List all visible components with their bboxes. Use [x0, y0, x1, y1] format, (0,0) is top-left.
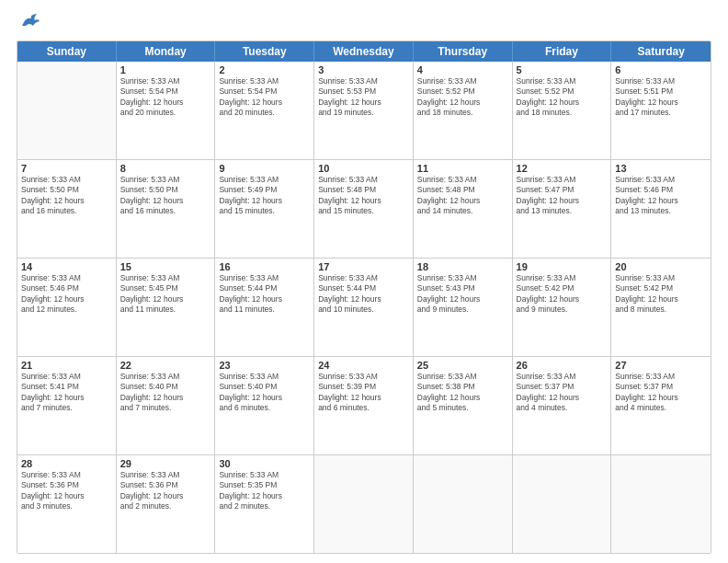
calendar-day-24: 24Sunrise: 5:33 AM Sunset: 5:39 PM Dayli…	[314, 357, 414, 454]
day-info: Sunrise: 5:33 AM Sunset: 5:49 PM Dayligh…	[219, 175, 310, 217]
calendar-day-23: 23Sunrise: 5:33 AM Sunset: 5:40 PM Dayli…	[215, 357, 314, 454]
calendar-day-14: 14Sunrise: 5:33 AM Sunset: 5:46 PM Dayli…	[17, 259, 117, 356]
header-day-wednesday: Wednesday	[314, 41, 414, 62]
day-number: 1	[120, 64, 211, 75]
day-info: Sunrise: 5:33 AM Sunset: 5:53 PM Dayligh…	[318, 76, 409, 119]
day-info: Sunrise: 5:33 AM Sunset: 5:45 PM Dayligh…	[120, 273, 211, 316]
calendar: SundayMondayTuesdayWednesdayThursdayFrid…	[17, 40, 711, 554]
calendar-day-13: 13Sunrise: 5:33 AM Sunset: 5:46 PM Dayli…	[611, 160, 711, 258]
day-info: Sunrise: 5:33 AM Sunset: 5:52 PM Dayligh…	[417, 76, 508, 119]
calendar-page: SundayMondayTuesdayWednesdayThursdayFrid…	[0, 0, 728, 563]
day-info: Sunrise: 5:33 AM Sunset: 5:50 PM Dayligh…	[120, 175, 211, 217]
day-number: 28	[21, 458, 112, 469]
calendar-day-10: 10Sunrise: 5:33 AM Sunset: 5:48 PM Dayli…	[314, 160, 414, 258]
calendar-day-25: 25Sunrise: 5:33 AM Sunset: 5:38 PM Dayli…	[414, 357, 513, 454]
calendar-week-4: 21Sunrise: 5:33 AM Sunset: 5:41 PM Dayli…	[17, 357, 711, 455]
day-number: 18	[417, 261, 508, 272]
day-number: 3	[318, 64, 409, 75]
day-info: Sunrise: 5:33 AM Sunset: 5:51 PM Dayligh…	[615, 76, 707, 119]
day-number: 22	[120, 360, 211, 371]
header-day-tuesday: Tuesday	[215, 41, 314, 62]
calendar-day-empty	[513, 455, 612, 553]
day-number: 5	[517, 64, 608, 75]
day-number: 16	[219, 261, 310, 272]
day-number: 8	[120, 163, 211, 174]
day-number: 6	[615, 64, 707, 75]
calendar-day-22: 22Sunrise: 5:33 AM Sunset: 5:40 PM Dayli…	[117, 357, 216, 454]
calendar-day-18: 18Sunrise: 5:33 AM Sunset: 5:43 PM Dayli…	[414, 259, 513, 356]
day-number: 7	[21, 163, 112, 174]
day-number: 26	[517, 360, 608, 371]
calendar-day-11: 11Sunrise: 5:33 AM Sunset: 5:48 PM Dayli…	[414, 160, 513, 258]
day-number: 27	[615, 360, 707, 371]
header-day-sunday: Sunday	[17, 41, 117, 62]
calendar-day-17: 17Sunrise: 5:33 AM Sunset: 5:44 PM Dayli…	[314, 259, 414, 356]
day-number: 30	[219, 458, 310, 469]
calendar-day-empty	[17, 62, 117, 159]
calendar-day-30: 30Sunrise: 5:33 AM Sunset: 5:35 PM Dayli…	[215, 455, 314, 553]
day-info: Sunrise: 5:33 AM Sunset: 5:43 PM Dayligh…	[417, 273, 508, 316]
day-info: Sunrise: 5:33 AM Sunset: 5:46 PM Dayligh…	[21, 273, 112, 316]
day-info: Sunrise: 5:33 AM Sunset: 5:37 PM Dayligh…	[615, 372, 707, 414]
calendar-day-7: 7Sunrise: 5:33 AM Sunset: 5:50 PM Daylig…	[17, 160, 117, 258]
calendar-day-5: 5Sunrise: 5:33 AM Sunset: 5:52 PM Daylig…	[513, 62, 612, 159]
day-number: 4	[417, 64, 508, 75]
calendar-week-5: 28Sunrise: 5:33 AM Sunset: 5:36 PM Dayli…	[17, 455, 711, 553]
day-info: Sunrise: 5:33 AM Sunset: 5:42 PM Dayligh…	[615, 273, 707, 316]
calendar-body: 1Sunrise: 5:33 AM Sunset: 5:54 PM Daylig…	[17, 62, 711, 553]
calendar-day-28: 28Sunrise: 5:33 AM Sunset: 5:36 PM Dayli…	[17, 455, 117, 553]
calendar-day-29: 29Sunrise: 5:33 AM Sunset: 5:36 PM Dayli…	[117, 455, 216, 553]
day-number: 13	[615, 163, 707, 174]
header-day-thursday: Thursday	[414, 41, 513, 62]
calendar-day-12: 12Sunrise: 5:33 AM Sunset: 5:47 PM Dayli…	[513, 160, 612, 258]
day-number: 21	[21, 360, 112, 371]
calendar-day-27: 27Sunrise: 5:33 AM Sunset: 5:37 PM Dayli…	[611, 357, 711, 454]
day-info: Sunrise: 5:33 AM Sunset: 5:37 PM Dayligh…	[517, 372, 608, 414]
calendar-day-3: 3Sunrise: 5:33 AM Sunset: 5:53 PM Daylig…	[314, 62, 414, 159]
calendar-day-2: 2Sunrise: 5:33 AM Sunset: 5:54 PM Daylig…	[215, 62, 314, 159]
day-info: Sunrise: 5:33 AM Sunset: 5:41 PM Dayligh…	[21, 372, 112, 414]
calendar-week-1: 1Sunrise: 5:33 AM Sunset: 5:54 PM Daylig…	[17, 62, 711, 160]
day-info: Sunrise: 5:33 AM Sunset: 5:47 PM Dayligh…	[517, 175, 608, 217]
day-info: Sunrise: 5:33 AM Sunset: 5:40 PM Dayligh…	[219, 372, 310, 414]
day-number: 23	[219, 360, 310, 371]
calendar-day-9: 9Sunrise: 5:33 AM Sunset: 5:49 PM Daylig…	[215, 160, 314, 258]
calendar-day-26: 26Sunrise: 5:33 AM Sunset: 5:37 PM Dayli…	[513, 357, 612, 454]
day-info: Sunrise: 5:33 AM Sunset: 5:54 PM Dayligh…	[120, 76, 211, 119]
day-number: 24	[318, 360, 409, 371]
day-info: Sunrise: 5:33 AM Sunset: 5:39 PM Dayligh…	[318, 372, 409, 414]
header-day-saturday: Saturday	[611, 41, 711, 62]
day-number: 14	[21, 261, 112, 272]
calendar-day-20: 20Sunrise: 5:33 AM Sunset: 5:42 PM Dayli…	[611, 259, 711, 356]
calendar-day-empty	[414, 455, 513, 553]
day-number: 15	[120, 261, 211, 272]
calendar-day-8: 8Sunrise: 5:33 AM Sunset: 5:50 PM Daylig…	[117, 160, 216, 258]
day-info: Sunrise: 5:33 AM Sunset: 5:42 PM Dayligh…	[517, 273, 608, 316]
day-info: Sunrise: 5:33 AM Sunset: 5:50 PM Dayligh…	[21, 175, 112, 217]
day-info: Sunrise: 5:33 AM Sunset: 5:38 PM Dayligh…	[417, 372, 508, 414]
day-number: 20	[615, 261, 707, 272]
calendar-day-21: 21Sunrise: 5:33 AM Sunset: 5:41 PM Dayli…	[17, 357, 117, 454]
calendar-day-6: 6Sunrise: 5:33 AM Sunset: 5:51 PM Daylig…	[611, 62, 711, 159]
day-number: 11	[417, 163, 508, 174]
calendar-day-4: 4Sunrise: 5:33 AM Sunset: 5:52 PM Daylig…	[414, 62, 513, 159]
day-info: Sunrise: 5:33 AM Sunset: 5:48 PM Dayligh…	[318, 175, 409, 217]
day-number: 2	[219, 64, 310, 75]
calendar-day-empty	[314, 455, 414, 553]
header-day-monday: Monday	[117, 41, 216, 62]
logo	[17, 17, 40, 33]
day-info: Sunrise: 5:33 AM Sunset: 5:36 PM Dayligh…	[21, 470, 112, 512]
day-number: 9	[219, 163, 310, 174]
calendar-week-2: 7Sunrise: 5:33 AM Sunset: 5:50 PM Daylig…	[17, 160, 711, 259]
day-number: 17	[318, 261, 409, 272]
calendar-day-1: 1Sunrise: 5:33 AM Sunset: 5:54 PM Daylig…	[117, 62, 216, 159]
day-info: Sunrise: 5:33 AM Sunset: 5:36 PM Dayligh…	[120, 470, 211, 512]
day-info: Sunrise: 5:33 AM Sunset: 5:35 PM Dayligh…	[219, 470, 310, 512]
day-info: Sunrise: 5:33 AM Sunset: 5:44 PM Dayligh…	[318, 273, 409, 316]
day-number: 19	[517, 261, 608, 272]
logo-bird-icon	[20, 13, 40, 33]
calendar-week-3: 14Sunrise: 5:33 AM Sunset: 5:46 PM Dayli…	[17, 259, 711, 357]
day-info: Sunrise: 5:33 AM Sunset: 5:46 PM Dayligh…	[615, 175, 707, 217]
day-number: 29	[120, 458, 211, 469]
day-number: 12	[517, 163, 608, 174]
